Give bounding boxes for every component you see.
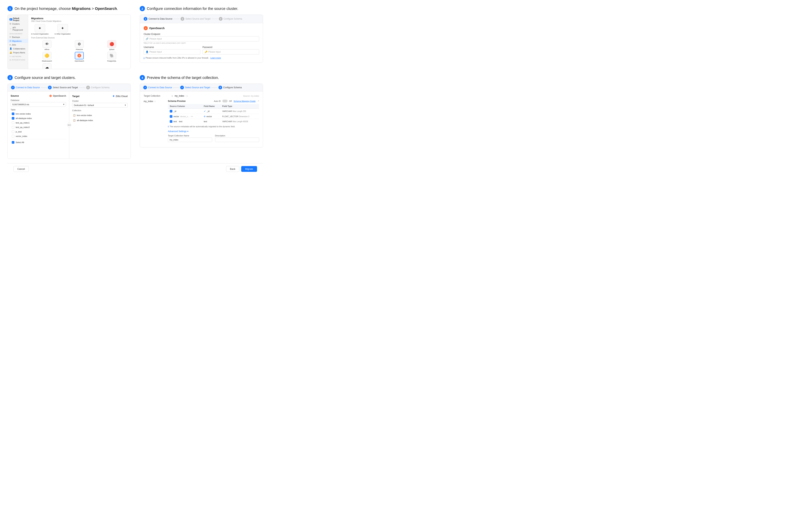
current-org-icon[interactable]: ✦ [35,24,45,32]
wizard-step2-connect: 2 Select Source and Target [181,17,210,21]
copy-icon[interactable]: □ [186,94,187,97]
sidebar-migrations[interactable]: ⊡ Migrations [8,39,28,43]
password-input[interactable]: 🔑 Please input [202,49,259,55]
elasticsearch-icon[interactable]: 🟡 [42,52,52,59]
auto-id-toggle: Auto ID Off [214,100,232,102]
pinecone-icon[interactable]: ⚙ [75,40,84,48]
folder-knn-icon: 📋 [73,114,76,116]
sidebar-jobs[interactable]: ≡ Jobs [8,43,28,47]
sidebar-alerts[interactable]: 🔔 Project Alerts [8,51,28,55]
select-all-row[interactable]: ✓ Select All [11,140,66,145]
target-title: Target ✦ Zilliz Cloud [72,94,127,98]
opensearch-icon[interactable]: S [75,52,84,59]
sidebar-api-playground[interactable]: → API Playground [8,26,28,32]
advanced-settings[interactable]: Advanced Settings ▾ [168,130,259,133]
wizard-step1-num: 1 [144,17,147,21]
zilliz-star-icon: ✦ [112,94,115,98]
opensearch-form-name: OpenSearch [149,27,165,30]
mgmt-label: Management [8,32,28,35]
back-button[interactable]: Back [226,166,239,172]
cluster-endpoint-input[interactable]: 🔗 Please input [144,36,259,41]
wizard-steps-connect: 1 Connect to Data Source 2 Select Source… [140,15,263,23]
source-postgresql[interactable]: 🐘 PostgreSQL [96,52,127,62]
table-row-test-qa1[interactable]: test_qa_index1 [11,120,66,125]
field-type-header: Field Type [220,104,259,108]
sidebar-backups[interactable]: ↩ Backups [8,35,28,39]
schema-checkbox-id[interactable]: ✓ [170,110,172,112]
expand-button[interactable]: >> [67,123,71,127]
wizard-step1-label: Connect to Data Source [149,17,172,20]
table-row-test-qa3[interactable]: test_qa_index3 [11,125,66,130]
table-row-all-datatype[interactable]: ✓ all-datatype-index [11,116,66,120]
elasticsearch-label: Elasticsearch [42,60,52,62]
target-collection-name-input[interactable] [168,138,212,142]
cluster-select[interactable]: Dedicated-01 / default ▾ [72,103,127,107]
table-checkbox-knn[interactable]: ✓ [12,112,14,115]
sidebar-clusters[interactable]: ⊙ Clusters [8,22,28,26]
connect-form: S OpenSearch Cluster Endpoint 🔗 Please i… [140,23,263,63]
wizard-sep1 [174,19,179,19]
cluster-label: Cluster [72,100,127,102]
connect-panel: 1 Connect to Data Source 2 Select Source… [140,14,263,63]
external-sources-grid: 👁 Milvus ⚙ Pinecone 🔴 Qdrant [31,40,127,69]
source-milvus[interactable]: 👁 Milvus [31,40,63,51]
table-checkbox-jc-test[interactable] [12,131,14,133]
table-checkbox-vector-index[interactable] [12,135,14,138]
adv-chevron-icon: ▾ [187,130,188,133]
wizard-st-step2-num: 2 [48,86,52,89]
description-input[interactable] [215,138,259,142]
alerts-icon: 🔔 [9,51,12,54]
source-opensearch[interactable]: S OpenSearch [64,52,95,62]
notice-info-icon: ℹ [168,125,169,128]
table-checkbox-all-datatype[interactable]: ✓ [12,117,14,119]
source-pinecone[interactable]: ⚙ Pinecone [64,40,95,51]
schema-checkbox-text[interactable]: ✓ [170,120,172,123]
schema-mapping-link[interactable]: Schema Mapping Guide [234,100,256,102]
qdrant-icon[interactable]: 🔴 [107,40,116,48]
milvus-icon[interactable]: 👁 [42,40,52,48]
migrate-button[interactable]: Migrate [241,166,257,172]
username-label: Username [144,46,200,49]
pinecone-label: Pinecone [76,49,83,51]
username-input[interactable]: 👤 Please input [144,49,200,55]
wizard-step3-label: Configure Schema [223,17,242,20]
database-label: Database [11,99,66,101]
source-tencent[interactable]: ☁ Tencent Cloud VectorDB [31,64,63,69]
schema-body: Target Collection 1 my_index □ Source: m… [140,91,263,147]
wizard-st-step3: 3 Configure Schema [86,86,109,89]
schema-row-vector: ✓ vector dense_v... >> [168,114,259,119]
description-label: Description [215,135,259,137]
step4-circle: 4 [140,75,145,80]
step3-title: 3 Configure source and target clusters. [7,75,131,80]
migrations-content: Migrations Zilliz Cloud Cross-Cluster Mi… [28,15,130,69]
schema-checkbox-vector[interactable]: ✓ [170,115,172,118]
sidebar-collaborators[interactable]: 👤 Collaborators [8,47,28,51]
cancel-button[interactable]: Cancel [13,166,29,172]
source-elasticsearch[interactable]: 🟡 Elasticsearch [31,52,63,62]
current-org-label: In Current Organization [31,33,49,35]
field-type-text: VARCHAR [222,120,232,122]
tencent-icon[interactable]: ☁ [42,64,52,69]
auto-id-switch[interactable] [222,100,228,102]
database-select[interactable]: 515673668913:vts ▾ [11,102,66,107]
table-row-jc-test[interactable]: jc_test [11,130,66,134]
table-checkbox-test-qa3[interactable] [12,126,14,129]
table-row-knn[interactable]: ✓ knn-vector-index [11,111,66,116]
select-all-checkbox[interactable]: ✓ [12,141,14,144]
username-placeholder: Please input [150,51,162,53]
wizard-step3-num: 3 [219,17,222,21]
my-index-copy-icon[interactable]: □ [154,100,156,102]
backup-icon: ↩ [9,36,11,38]
group-other-org: ✦ In Other Organization [55,24,71,35]
table-checkbox-test-qa1[interactable] [12,121,14,124]
field-name-header: Field Name [202,104,220,108]
wizard-step3-connect: 3 Configure Schema [219,17,242,21]
table-row-vector-index[interactable]: vector_index [11,134,66,139]
learn-more-link[interactable]: Learn more [210,57,221,59]
target-collection-name-label: Target Collection Name [168,135,212,137]
source-qdrant[interactable]: 🔴 Qdrant [96,40,127,51]
nav-buttons: Back Migrate [226,166,257,172]
other-org-icon[interactable]: ✦ [58,24,68,32]
postgresql-icon[interactable]: 🐘 [107,52,116,59]
wizard-st-step2: 2 Select Source and Target [48,86,78,89]
